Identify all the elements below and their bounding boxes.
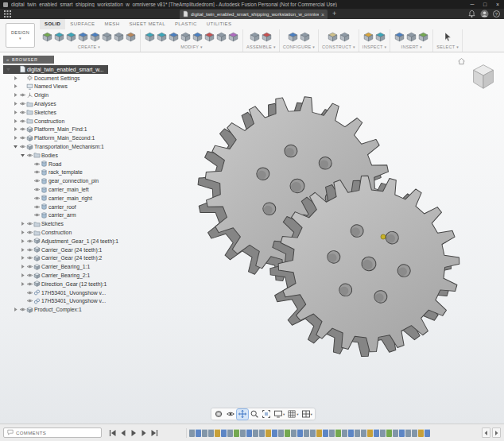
timeline-feature-icon[interactable] xyxy=(196,429,201,437)
timeline-feature-icon[interactable] xyxy=(266,429,271,437)
browser-tree-item[interactable]: Construction xyxy=(3,117,69,126)
browser-tree-item[interactable]: Transportation_Mechanism:1 xyxy=(3,142,109,151)
timeline-feature-icon[interactable] xyxy=(297,429,303,437)
align-icon[interactable] xyxy=(215,31,227,43)
timeline-feature-icon[interactable] xyxy=(259,429,265,437)
expand-arrow-icon[interactable] xyxy=(12,75,19,81)
expand-arrow-icon[interactable] xyxy=(19,153,26,158)
hole-icon[interactable] xyxy=(113,31,125,43)
timeline-feature-icon[interactable] xyxy=(342,429,347,437)
expand-arrow-icon[interactable] xyxy=(12,83,19,89)
visibility-eye-icon[interactable] xyxy=(19,126,26,133)
timeline-feature-icon[interactable] xyxy=(405,429,411,437)
browser-tree-item[interactable]: Product_Complex:1 xyxy=(3,305,87,314)
ribbon-group-label[interactable]: ASSEMBLE ▾ xyxy=(246,44,276,49)
expand-arrow-icon[interactable] xyxy=(19,281,26,287)
visibility-eye-icon[interactable] xyxy=(19,100,26,107)
browser-tree-item[interactable]: Sketches xyxy=(3,219,68,228)
thread-icon[interactable] xyxy=(125,31,137,43)
browser-tree-item[interactable]: Platform_Main_Find:1 xyxy=(3,126,92,134)
visibility-eye-icon[interactable] xyxy=(26,280,33,288)
browser-tree-item[interactable]: digital_twin_enabled_smart_w... xyxy=(3,65,108,74)
timeline-feature-icon[interactable] xyxy=(399,429,405,437)
notifications-bell-icon[interactable] xyxy=(467,10,476,19)
timeline-feature-icon[interactable] xyxy=(355,429,360,437)
press-pull-icon[interactable] xyxy=(144,31,156,43)
expand-arrow-icon[interactable] xyxy=(12,110,19,115)
visibility-eye-icon[interactable] xyxy=(19,143,26,150)
browser-tree-item[interactable]: Document Settings xyxy=(3,74,84,83)
visibility-eye-icon[interactable] xyxy=(26,297,33,304)
fit-button[interactable] xyxy=(261,409,272,420)
ribbon-tab-plastic[interactable]: PLASTIC xyxy=(170,19,202,29)
insert-derive-icon[interactable] xyxy=(394,31,405,43)
timeline-feature-icon[interactable] xyxy=(234,429,239,437)
maximize-button[interactable]: □ xyxy=(479,0,491,9)
viewports-button[interactable]: ▾ xyxy=(300,409,313,420)
insert-mesh-icon[interactable] xyxy=(417,31,429,43)
visibility-eye-icon[interactable] xyxy=(19,134,26,141)
timeline-feature-icon[interactable] xyxy=(316,429,322,437)
browser-tree-item[interactable]: 17H53401_Uvongshow v... xyxy=(3,297,110,306)
visibility-eye-icon[interactable] xyxy=(33,177,41,184)
timeline-feature-icon[interactable] xyxy=(425,429,430,437)
ribbon-group-label[interactable]: CONFIGURE ▾ xyxy=(283,44,315,49)
expand-arrow-icon[interactable] xyxy=(12,144,19,149)
revolve-icon[interactable] xyxy=(65,31,77,43)
skip-to-end-button[interactable] xyxy=(149,427,159,438)
timeline-feature-icon[interactable] xyxy=(310,429,316,437)
expand-arrow-icon[interactable] xyxy=(12,135,19,141)
timeline-feature-icon[interactable] xyxy=(374,429,379,437)
timeline-feature-icon[interactable] xyxy=(291,429,297,437)
home-view-icon[interactable] xyxy=(457,57,466,66)
timeline-feature-icon[interactable] xyxy=(227,429,233,437)
create-sketch-icon[interactable] xyxy=(41,31,53,43)
expand-arrow-icon[interactable] xyxy=(19,221,26,226)
visibility-eye-icon[interactable] xyxy=(33,195,41,202)
skip-to-start-button[interactable] xyxy=(108,427,118,438)
change-parameters-icon[interactable] xyxy=(227,31,239,43)
ribbon-tab-solid[interactable]: SOLID xyxy=(40,19,65,29)
close-tab-icon[interactable]: × xyxy=(321,12,324,17)
play-button[interactable] xyxy=(129,427,138,438)
expand-arrow-icon[interactable] xyxy=(12,126,19,132)
browser-tree-item[interactable]: Carrier_Gear (24 teeth):2 xyxy=(3,254,107,263)
visibility-eye-icon[interactable] xyxy=(26,254,33,261)
ribbon-group-label[interactable]: SELECT ▾ xyxy=(436,44,459,49)
timeline-feature-icon[interactable] xyxy=(304,429,309,437)
expand-arrow-icon[interactable] xyxy=(19,273,26,278)
visibility-eye-icon[interactable] xyxy=(26,152,33,159)
browser-tree-item[interactable]: Origin xyxy=(3,91,53,99)
orbit-button[interactable] xyxy=(213,409,224,420)
expand-arrow-icon[interactable] xyxy=(19,230,26,235)
timeline-feature-icon[interactable] xyxy=(189,429,195,437)
browser-tree-item[interactable]: Sketches xyxy=(3,108,61,117)
visibility-eye-icon[interactable] xyxy=(26,289,33,296)
expand-arrow-icon[interactable] xyxy=(19,247,26,253)
combine-icon[interactable] xyxy=(180,31,192,43)
browser-tree-item[interactable]: carrier_arm xyxy=(3,211,81,220)
expand-arrow-icon[interactable] xyxy=(19,238,26,244)
ribbon-tab-utilities[interactable]: UTILITIES xyxy=(202,19,237,29)
document-tab[interactable]: digital_twin_enabled_smart_shipping_work… xyxy=(180,10,328,19)
browser-tree-item[interactable]: gear_connection_pin xyxy=(3,176,103,185)
expand-arrow-icon[interactable] xyxy=(19,255,26,261)
browser-tree-item[interactable]: 17H53401_Uvongshow v... xyxy=(3,288,110,297)
timeline-feature-icon[interactable] xyxy=(418,429,424,437)
visibility-eye-icon[interactable] xyxy=(19,118,26,125)
loft-icon[interactable] xyxy=(89,31,101,43)
expand-arrow-icon[interactable] xyxy=(5,67,12,72)
visibility-eye-icon[interactable] xyxy=(19,306,26,313)
data-panel-toggle-icon[interactable] xyxy=(4,10,11,18)
timeline-feature-icon[interactable] xyxy=(285,429,290,437)
offset-plane-icon[interactable] xyxy=(327,31,339,43)
joint-icon[interactable] xyxy=(261,31,273,43)
timeline-feature-icon[interactable] xyxy=(246,429,252,437)
collapse-browser-icon[interactable]: « xyxy=(6,57,10,62)
visibility-eye-icon[interactable] xyxy=(19,109,26,116)
visibility-eye-icon[interactable] xyxy=(26,246,33,253)
zoom-button[interactable] xyxy=(249,409,260,420)
decal-icon[interactable] xyxy=(405,31,417,43)
visibility-eye-icon[interactable] xyxy=(33,168,41,176)
timeline-feature-icon[interactable] xyxy=(348,429,354,437)
